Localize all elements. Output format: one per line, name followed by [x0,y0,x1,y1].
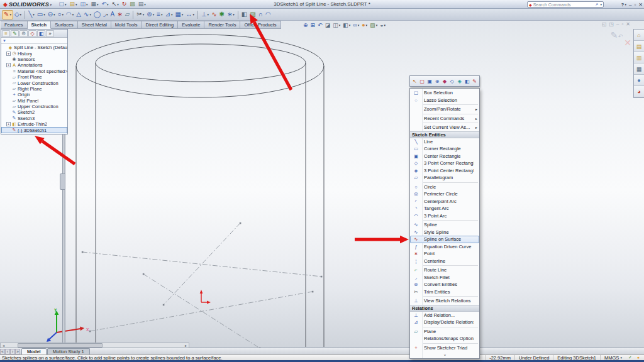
commandmanager-tab[interactable]: Mold Tools [111,21,142,29]
smart-dimension-button[interactable]: ◇ ▾ [13,10,23,19]
menu-item-show-sketcher-triad[interactable]: + Show Sketcher Triad [410,344,479,352]
menu-item-view-sketch-relations[interactable]: ⊥ View Sketch Relations [410,297,479,305]
tree-item[interactable]: + ◷ History [1,50,67,56]
convert-entities-button[interactable]: ⊚ ▾ [145,10,155,19]
commandmanager-tab[interactable]: Sheet Metal [78,21,111,29]
cancel-sketch-button[interactable]: ✕ [624,38,631,48]
selection-filter-button[interactable]: ◆ [441,77,448,85]
configurationmanager-tab[interactable]: ⚙ [19,30,28,37]
sketch-origin-marker[interactable] [200,290,211,304]
tree-item[interactable]: + ◧ Extrude-Thin2 [1,121,67,127]
expander-icon[interactable] [3,45,7,50]
menu-item-trim-entities[interactable]: ✂ Trim Entities [410,288,479,296]
tree-item[interactable]: ✎ Sketch2 [1,109,67,115]
menu-item-centerpoint-arc[interactable]: ◜ Centerpoint Arc [410,198,479,206]
expander-icon[interactable]: + [6,122,11,126]
menu-item-box-selection[interactable]: ▢ Box Selection [410,89,479,97]
tree-filter[interactable]: ▼ [1,38,67,44]
mirror-entities-button[interactable]: ⊿ ▾ [164,10,174,19]
app-menu-button[interactable]: ◆ SOLIDWORKS ▸ [0,0,55,8]
next-tab-button[interactable]: › [10,349,15,354]
dimxpertmanager-tab[interactable]: ◇ [28,30,36,37]
trim-entities-button[interactable]: ✂ ▾ [135,10,145,19]
tree-item[interactable]: ◆ Split Line - Sketch (Default<<D [1,45,67,50]
panel-collapse-handle[interactable] [60,173,65,190]
menu-item-3-point-arc[interactable]: ◠ 3 Point Arc [410,212,479,220]
restore-window-icon[interactable]: ◱ [602,21,607,27]
ellipse-button[interactable]: ◯ [92,10,102,19]
sketch-color-button[interactable]: ✎ [471,77,478,85]
repair-sketch-button[interactable]: ✱ [218,10,226,19]
scrollbar-thumb[interactable] [18,343,103,348]
apply-scene-button[interactable]: ▨ ▾ [369,22,378,28]
commandmanager-tab[interactable]: Sketch [28,21,52,29]
construction-sketch-lines[interactable] [82,223,321,348]
menu-item-circle[interactable]: ○ Circle [410,184,479,191]
undo-button[interactable]: ↶ ▾ [101,1,110,8]
exit-sketch-button[interactable]: ✎↶ [611,30,623,40]
line-button[interactable]: ╲ ▾ [27,10,36,19]
menu-item-relations-snaps-options[interactable]: Relations/Snaps Options... [410,335,479,343]
intersection-curve-button[interactable]: ∩ [257,10,264,19]
zoom-to-selection-button[interactable]: ▣ [426,77,433,85]
tree-item[interactable]: + A Annotations [1,62,67,68]
new-button[interactable]: ▢ ▾ [57,1,67,8]
expander-icon[interactable] [6,75,11,79]
magnified-selection-button[interactable]: ⊕ [434,77,441,85]
select-button[interactable]: ↖ ▾ [111,1,120,8]
tree-item[interactable]: ≡ Material <not specified> [1,69,67,74]
tree-item[interactable]: ▱ Lower Construction [1,80,67,85]
prev-tab-button[interactable]: ‹ [5,349,10,354]
zoom-area-button[interactable]: ⊞ [310,22,316,28]
study-tab[interactable]: Model [21,348,47,354]
menu-item-spline[interactable]: ∿ Spline [410,221,479,229]
commandmanager-tab[interactable]: Surfaces [51,21,78,29]
expander-icon[interactable] [6,104,11,109]
rebuild-button[interactable]: ↻ [121,1,128,8]
edit-appearance-button[interactable]: ● ▾ [361,22,368,28]
menu-item-center-rectangle[interactable]: ▣ Center Rectangle [410,153,479,160]
print-button[interactable]: ▦ ▾ [90,1,100,8]
expander-icon[interactable]: + [6,63,11,67]
display-style-button[interactable]: ◧ ▾ [342,22,351,28]
task-pane-view-palette[interactable]: ▦ [634,63,644,75]
file-properties-button[interactable]: ▧ [128,1,136,8]
expander-icon[interactable] [6,81,11,85]
task-pane-appearances[interactable]: ● [634,75,644,86]
menu-item-plane[interactable]: ▱ Plane [410,328,479,336]
menu-item-spline-on-surface[interactable]: ∿ Spline on Surface [410,236,479,243]
scroll-left-button[interactable]: ◂ [1,343,6,348]
tree-item[interactable]: ▱ Mid Panel [1,98,67,104]
centerpoint-arc-button[interactable]: ◠ ▾ [65,10,75,19]
tree-item[interactable]: ▱ Right Plane [1,86,67,92]
expander-icon[interactable] [6,128,11,133]
select-tool-button[interactable]: ↖ [411,77,418,85]
linear-pattern-button[interactable]: ▦ ▾ [174,10,184,19]
corner-rectangle-button[interactable]: ▭ ▾ [36,10,47,19]
search-caret-icon[interactable]: ▾ [600,3,602,6]
tree-item[interactable]: ✎ (-) 3DSketch1 [1,127,67,133]
restore-icon[interactable]: ▫ [634,2,636,8]
text-button[interactable]: A [109,10,116,19]
menu-item-3-point-corner-rectangle[interactable]: ◇ 3 Point Corner Rectangle [410,160,479,167]
search-icon[interactable]: ⌕ [596,1,598,8]
hide-show-items-button[interactable]: ∞ ▾ [352,22,360,28]
filter-edges-button[interactable]: ◈ [456,77,463,85]
propertymanager-tab[interactable]: ✎ [11,30,19,37]
expander-icon[interactable] [6,116,11,121]
sketch-button[interactable]: ✎ ▾ [2,10,13,19]
maximize-window-icon[interactable]: ◳ [609,21,614,27]
spline-button[interactable]: ∿ ▾ [82,10,92,19]
zoom-fit-button[interactable]: ⊕ [303,22,309,28]
quick-snaps-button[interactable]: ∗ ▾ [226,10,236,19]
search-commands-input[interactable]: ◆ Search Commands ⌕ ▾ [527,1,604,8]
menu-item-equation-driven-curve[interactable]: ƒ Equation Driven Curve [410,243,479,251]
tree-item[interactable]: ✎ Sketch3 [1,116,67,121]
sketch-fillet-button[interactable]: ◞ ▾ [102,10,109,19]
menu-item-zoom-pan-rotate[interactable]: Zoom/Pan/Rotate ▸ [410,106,479,113]
sketch-endpoints[interactable] [82,222,323,348]
offset-entities-button[interactable]: ≡ ▾ [155,10,164,19]
cascade-window-icon[interactable]: ▫ [621,21,623,27]
panel-overflow-button[interactable]: » [46,30,54,37]
commandmanager-tab[interactable]: Render Tools [204,21,240,29]
